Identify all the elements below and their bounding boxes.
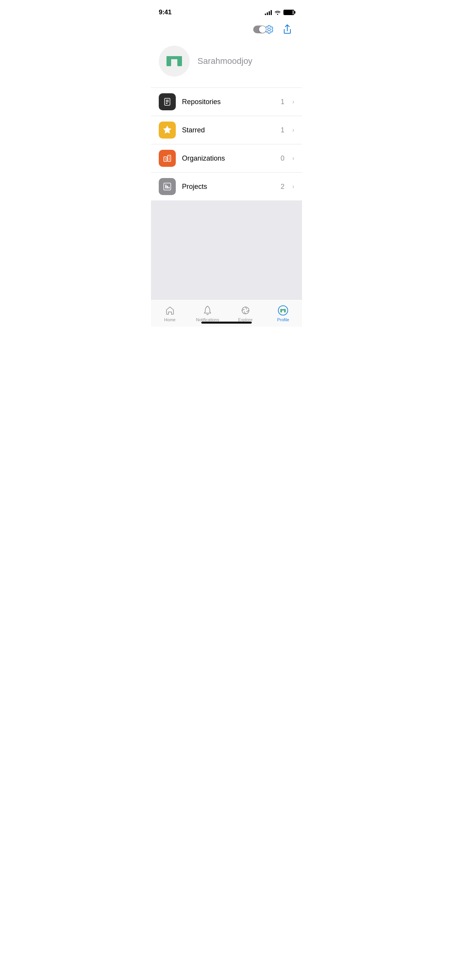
- username: Sarahmoodjoy: [197, 56, 252, 66]
- tab-notifications[interactable]: Notifications: [189, 303, 227, 324]
- svg-rect-26: [284, 309, 286, 313]
- profile-tab-icon: [278, 305, 288, 316]
- svg-rect-13: [169, 159, 170, 160]
- wifi-icon: [274, 10, 281, 15]
- svg-rect-25: [280, 309, 282, 313]
- svg-rect-17: [168, 187, 170, 188]
- svg-rect-5: [166, 101, 169, 102]
- tab-profile[interactable]: Profile: [264, 303, 302, 324]
- signal-icon: [265, 10, 272, 15]
- menu-item-projects[interactable]: Projects 2 ›: [151, 173, 302, 201]
- starred-count: 1: [281, 126, 285, 134]
- tab-home-label: Home: [164, 317, 175, 322]
- profile-section: Sarahmoodjoy: [151, 39, 302, 87]
- projects-count: 2: [281, 183, 285, 191]
- menu-item-organizations[interactable]: Organizations 0 ›: [151, 144, 302, 173]
- projects-icon: [159, 178, 176, 195]
- starred-icon: [159, 122, 176, 139]
- svg-rect-1: [166, 56, 171, 66]
- organizations-label: Organizations: [182, 154, 275, 163]
- svg-rect-11: [169, 156, 170, 157]
- svg-point-18: [242, 307, 249, 314]
- status-icons: [265, 10, 294, 15]
- tab-explore[interactable]: Explore: [226, 303, 264, 324]
- repositories-label: Repositories: [182, 98, 275, 106]
- explore-icon: [240, 305, 251, 316]
- menu-item-repositories[interactable]: Repositories 1 ›: [151, 88, 302, 116]
- tab-home[interactable]: Home: [151, 303, 189, 324]
- settings-toggle[interactable]: [253, 24, 274, 34]
- starred-label: Starred: [182, 126, 275, 134]
- repositories-icon: [159, 93, 176, 110]
- repositories-count: 1: [281, 98, 285, 106]
- avatar: [159, 46, 190, 77]
- notifications-icon: [202, 305, 213, 316]
- projects-chevron: ›: [292, 183, 294, 190]
- svg-rect-2: [177, 56, 182, 66]
- organizations-chevron: ›: [292, 155, 294, 162]
- organizations-icon: [159, 150, 176, 167]
- starred-chevron: ›: [292, 127, 294, 134]
- repositories-chevron: ›: [292, 98, 294, 105]
- avatar-logo: [164, 51, 185, 72]
- svg-rect-4: [166, 100, 169, 101]
- share-icon: [283, 24, 292, 35]
- svg-rect-6: [166, 103, 168, 104]
- projects-label: Projects: [182, 183, 275, 191]
- menu-list: Repositories 1 › Starred 1 ›: [151, 88, 302, 201]
- svg-rect-7: [164, 157, 167, 161]
- svg-rect-12: [169, 158, 170, 159]
- tab-profile-label: Profile: [277, 317, 289, 322]
- toggle-switch[interactable]: [253, 26, 266, 33]
- home-bar: [201, 322, 252, 324]
- svg-rect-15: [165, 185, 166, 188]
- status-time: 9:41: [159, 9, 172, 16]
- header-toolbar: [151, 19, 302, 39]
- menu-item-starred[interactable]: Starred 1 ›: [151, 116, 302, 144]
- organizations-count: 0: [281, 154, 285, 163]
- share-button[interactable]: [280, 22, 294, 36]
- svg-rect-9: [165, 158, 166, 159]
- svg-rect-16: [167, 186, 168, 188]
- battery-icon: [283, 10, 294, 15]
- home-icon: [165, 305, 175, 316]
- status-bar: 9:41: [151, 0, 302, 19]
- svg-rect-10: [165, 159, 166, 160]
